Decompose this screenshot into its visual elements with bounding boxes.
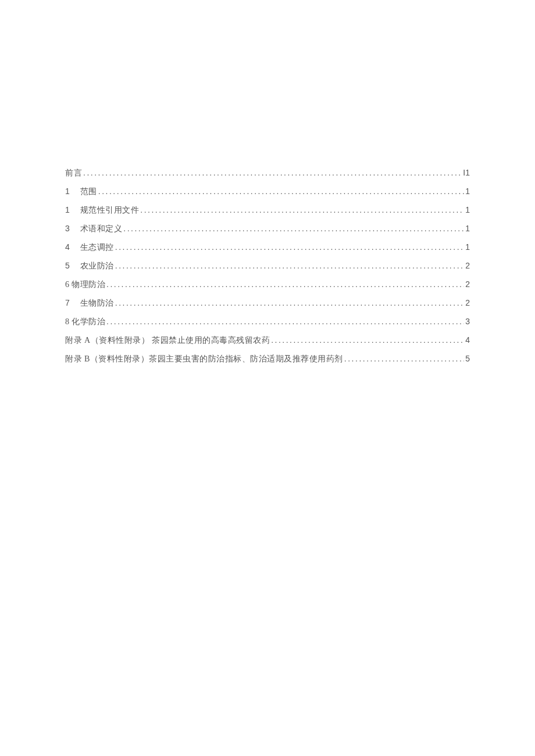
toc-leader-dots xyxy=(106,317,464,325)
toc-entry: 1范围1 xyxy=(65,187,470,196)
toc-label: 生态调控 xyxy=(80,243,114,252)
toc-entry: 8化学防治3 xyxy=(65,317,470,326)
toc-label: 范围 xyxy=(80,188,97,196)
toc-page-number: I1 xyxy=(463,169,470,177)
toc-label: 附录 B（资料性附录）茶园主要虫害的防治指标、防治适期及推荐使用药剂 xyxy=(65,355,343,363)
toc-leader-dots xyxy=(271,336,464,344)
toc-leader-dots xyxy=(106,280,464,288)
toc-label: 化学防治 xyxy=(72,318,105,326)
toc-leader-dots xyxy=(98,187,464,195)
toc-page-number: 2 xyxy=(465,299,470,307)
table-of-contents: 前言I11范围11规范性引用文件13术语和定义14生态调控15农业防治26物理防… xyxy=(65,169,470,363)
toc-leader-dots xyxy=(83,169,462,177)
toc-entry: 附录 B（资料性附录）茶园主要虫害的防治指标、防治适期及推荐使用药剂5 xyxy=(65,354,470,363)
toc-leader-dots xyxy=(140,206,464,214)
toc-number: 6 xyxy=(65,281,69,289)
toc-leader-dots xyxy=(115,299,464,307)
toc-page-number: 4 xyxy=(465,336,470,344)
toc-label: 前言 xyxy=(65,169,82,177)
toc-label: 农业防治 xyxy=(80,262,114,270)
toc-page-number: 3 xyxy=(465,317,470,325)
toc-entry: 前言I1 xyxy=(65,169,470,177)
toc-leader-dots xyxy=(115,261,464,270)
toc-entry: 3术语和定义1 xyxy=(65,224,470,233)
toc-number: 3 xyxy=(65,224,70,232)
toc-entry: 附录 A（资料性附录） 茶园禁止使用的高毒高残留农药4 xyxy=(65,336,470,345)
toc-number: 4 xyxy=(65,243,70,251)
toc-leader-dots xyxy=(115,243,464,251)
toc-label: 物理防治 xyxy=(72,281,105,289)
toc-page-number: 5 xyxy=(465,354,470,363)
toc-entry: 4生态调控1 xyxy=(65,243,470,252)
toc-leader-dots xyxy=(123,224,464,232)
toc-number: 1 xyxy=(65,187,70,195)
toc-label: 规范性引用文件 xyxy=(80,206,140,214)
toc-entry: 1规范性引用文件1 xyxy=(65,206,470,214)
toc-label: 术语和定义 xyxy=(80,225,123,233)
toc-entry: 6物理防治2 xyxy=(65,280,470,289)
toc-number: 1 xyxy=(65,206,70,214)
toc-number: 8 xyxy=(65,318,69,326)
toc-number: 7 xyxy=(65,299,70,307)
toc-page-number: 2 xyxy=(465,280,470,288)
toc-entry: 5农业防治2 xyxy=(65,261,470,270)
toc-page-number: 1 xyxy=(465,187,470,195)
toc-page-number: 1 xyxy=(465,224,470,232)
toc-label: 生物防治 xyxy=(80,299,114,307)
toc-page-number: 2 xyxy=(465,261,470,270)
toc-leader-dots xyxy=(344,354,464,363)
toc-entry: 7生物防治2 xyxy=(65,299,470,307)
toc-page-number: 1 xyxy=(465,243,470,251)
toc-page-number: 1 xyxy=(465,206,470,214)
toc-label: 附录 A（资料性附录） 茶园禁止使用的高毒高残留农药 xyxy=(65,336,270,345)
toc-number: 5 xyxy=(65,261,70,270)
